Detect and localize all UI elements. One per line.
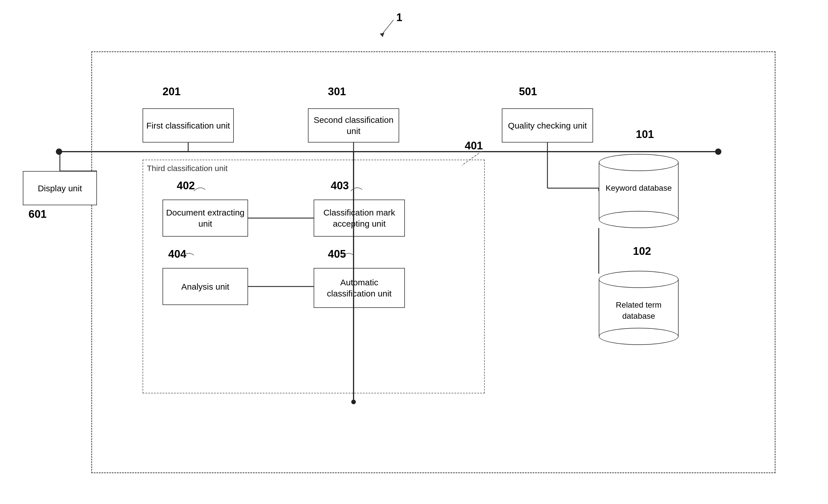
label-102: 102 [633,245,651,257]
cylinder-keyword-db: Keyword database [599,154,678,228]
box-first-classification: First classification unit [142,108,234,142]
cylinder-keyword-top [599,154,678,171]
box-analysis: Analysis unit [163,268,248,305]
label-402: 402 [177,180,195,192]
box-automatic-classification: Automatic classification unit [314,268,405,308]
label-601: 601 [29,208,46,220]
label-404: 404 [168,248,186,260]
text-document-extracting: Document extracting unit [166,207,245,229]
box-classification-mark: Classification mark accepting unit [314,200,405,237]
box-quality-checking: Quality checking unit [502,108,593,142]
text-classification-mark: Classification mark accepting unit [317,207,402,229]
cylinder-keyword-bottom [599,211,678,228]
label-405: 405 [328,248,346,260]
box-second-classification: Second classification unit [308,108,399,142]
label-403: 403 [331,180,349,192]
box-document-extracting: Document extracting unit [163,200,248,237]
label-201: 201 [163,86,180,98]
label-501: 501 [519,86,537,98]
cylinder-related-db: Related term database [599,271,678,345]
bus-dot-left [56,149,62,155]
svg-marker-1 [380,33,384,37]
text-analysis: Analysis unit [181,281,229,292]
cylinder-related-top [599,271,678,288]
label-301: 301 [328,86,346,98]
cylinder-keyword-label: Keyword database [599,182,678,194]
text-second-classification: Second classification unit [312,114,396,136]
bus-dot-right [715,149,721,155]
cylinder-related-bottom [599,328,678,345]
title-arrow [374,17,402,40]
text-display: Display unit [38,183,82,194]
text-automatic-classification: Automatic classification unit [317,277,402,299]
label-401: 401 [465,140,483,152]
box-display: Display unit [23,171,97,205]
text-quality-checking: Quality checking unit [508,120,587,131]
label-401-text: Third classification unit [147,164,227,173]
diagram-container: 1 201 First classification unit 301 Seco… [0,0,828,504]
label-101: 101 [636,128,654,140]
bus-line [57,151,721,152]
svg-line-0 [382,20,394,34]
text-first-classification: First classification unit [146,120,230,131]
cylinder-related-label: Related term database [599,299,678,322]
